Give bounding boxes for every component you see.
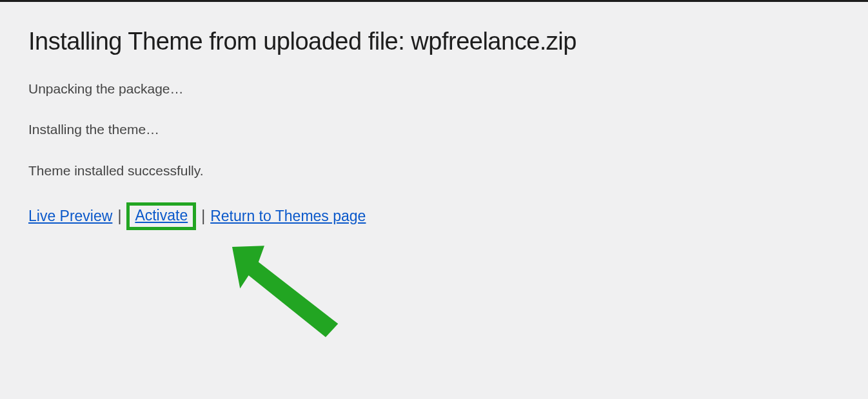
activate-link[interactable]: Activate (135, 207, 188, 224)
annotation-arrow-icon (226, 228, 355, 356)
separator: | (117, 208, 121, 225)
return-themes-link[interactable]: Return to Themes page (210, 208, 366, 225)
live-preview-link[interactable]: Live Preview (28, 208, 112, 225)
svg-marker-0 (232, 243, 339, 340)
status-installing: Installing the theme… (28, 121, 840, 138)
theme-actions: Live Preview | Activate | Return to Them… (28, 202, 840, 230)
page-title: Installing Theme from uploaded file: wpf… (28, 28, 840, 55)
status-unpacking: Unpacking the package… (28, 80, 840, 97)
status-success: Theme installed successfully. (28, 162, 840, 179)
separator: | (201, 208, 205, 225)
annotation-highlight-box: Activate (126, 202, 196, 230)
